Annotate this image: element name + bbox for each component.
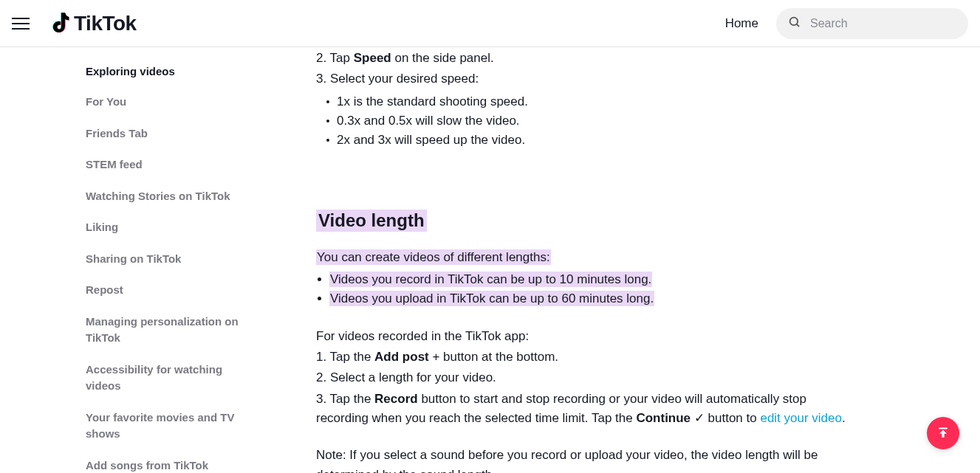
video-length-intro: You can create videos of different lengt… [316, 248, 873, 267]
step-2: 2. Tap Speed on the side panel. [316, 49, 873, 68]
sidebar-heading: Exploring videos [86, 59, 266, 83]
recorded-intro: For videos recorded in the TikTok app: [316, 327, 873, 346]
list-item: Videos you record in TikTok can be up to… [316, 270, 873, 289]
list-item: Videos you upload in TikTok can be up to… [316, 289, 873, 308]
speed-bullet: 0.3x and 0.5x will slow the video. [326, 111, 873, 131]
speed-bullets: 1x is the standard shooting speed. 0.3x … [326, 92, 873, 151]
logo-text: TikTok [74, 12, 137, 35]
svg-rect-2 [939, 428, 948, 429]
step-3: 3. Select your desired speed: [316, 69, 873, 89]
sidebar-item-personalization[interactable]: Managing personalization on TikTok [86, 306, 248, 354]
home-link[interactable]: Home [725, 16, 758, 31]
menu-toggle-icon[interactable] [12, 15, 30, 32]
rec-step-3: 3. Tap the Record button to start and st… [316, 390, 855, 429]
logo[interactable]: TikTok [50, 12, 137, 35]
video-length-heading: Video length [316, 151, 873, 248]
sidebar: Exploring videos For You Friends Tab STE… [0, 47, 266, 473]
sidebar-item-sharing[interactable]: Sharing on TikTok [86, 244, 248, 275]
rec-step-1: 1. Tap the Add post + button at the bott… [316, 348, 873, 367]
search-icon [788, 15, 801, 32]
sidebar-item-stem[interactable]: STEM feed [86, 149, 248, 181]
sidebar-item-accessibility[interactable]: Accessibility for watching videos [86, 354, 248, 402]
sidebar-item-for-you[interactable]: For You [86, 86, 248, 118]
tiktok-note-icon [50, 13, 69, 35]
header: TikTok Home [0, 0, 980, 47]
svg-point-0 [790, 17, 798, 25]
sidebar-item-stories[interactable]: Watching Stories on TikTok [86, 181, 248, 213]
sidebar-item-friends[interactable]: Friends Tab [86, 118, 248, 150]
speed-bullet: 1x is the standard shooting speed. [326, 92, 873, 111]
rec-step-2: 2. Select a length for your video. [316, 368, 873, 387]
sidebar-item-liking[interactable]: Liking [86, 212, 248, 244]
edit-video-link[interactable]: edit your video [760, 411, 842, 425]
speed-bullet: 2x and 3x will speed up the video. [326, 131, 873, 150]
video-length-bullets: Videos you record in TikTok can be up to… [316, 270, 873, 309]
sidebar-item-repost[interactable]: Repost [86, 275, 248, 306]
svg-line-1 [797, 24, 799, 26]
note-text: Note: If you select a sound before you r… [316, 446, 848, 473]
main-content: 2. Tap Speed on the side panel. 3. Selec… [266, 47, 980, 473]
arrow-up-icon [936, 426, 950, 441]
search-box[interactable] [776, 8, 968, 39]
search-input[interactable] [810, 17, 956, 30]
sidebar-item-movies[interactable]: Your favorite movies and TV shows [86, 402, 248, 450]
sidebar-item-songs[interactable]: Add songs from TikTok [86, 450, 248, 474]
scroll-to-top-button[interactable] [927, 417, 959, 449]
